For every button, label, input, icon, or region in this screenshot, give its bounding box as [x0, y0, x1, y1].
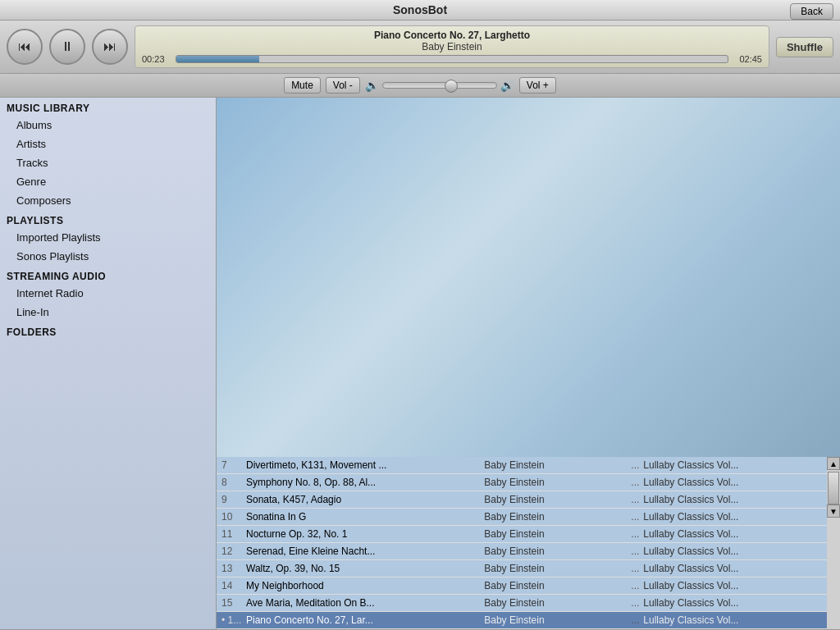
rewind-button[interactable]: ⏮ [7, 29, 43, 65]
now-playing-panel: Piano Concerto No. 27, Larghetto Baby Ei… [135, 25, 769, 68]
track-artist: Baby Einstein [484, 459, 627, 471]
track-album: Lullaby Classics Vol... [643, 511, 822, 523]
track-number: 8 [221, 477, 246, 488]
track-album: Lullaby Classics Vol... [643, 614, 822, 626]
track-title: Waltz, Op. 39, No. 15 [246, 563, 484, 574]
transport-bar: ⏮ ⏸ ⏭ Piano Concerto No. 27, Larghetto B… [0, 21, 840, 74]
volume-knob[interactable] [445, 80, 458, 93]
sidebar-item-genre[interactable]: Genre [0, 172, 216, 191]
progress-bar-fill [176, 56, 259, 62]
scroll-thumb[interactable] [828, 472, 839, 504]
track-menu-dots[interactable]: ... [627, 580, 643, 591]
sidebar-item-line-in[interactable]: Line-In [0, 303, 216, 322]
track-row[interactable]: 11Nocturne Op. 32, No. 1Baby Einstein...… [217, 526, 827, 543]
track-title: Ave Maria, Meditation On B... [246, 597, 484, 609]
track-row[interactable]: 7Divertimeto, K131, Movement ...Baby Ein… [217, 457, 827, 474]
track-menu-dots[interactable]: ... [627, 528, 643, 540]
track-album: Lullaby Classics Vol... [643, 563, 822, 574]
progress-row: 00:23 02:45 [142, 54, 762, 64]
track-row[interactable]: 15Ave Maria, Meditation On B...Baby Eins… [217, 595, 827, 612]
track-menu-dots[interactable]: ... [627, 511, 643, 523]
sidebar: MUSIC LIBRARY Albums Artists Tracks Genr… [0, 98, 217, 629]
volume-row: Mute Vol - 🔈 🔊 Vol + [0, 74, 840, 98]
track-album: Lullaby Classics Vol... [643, 494, 822, 505]
scrollbar: ▲ ▼ [827, 457, 840, 629]
track-title: Sonata, K457, Adagio [246, 494, 484, 505]
track-album: Lullaby Classics Vol... [643, 597, 822, 609]
track-row[interactable]: 10Sonatina In GBaby Einstein...Lullaby C… [217, 509, 827, 526]
track-title: Sonatina In G [246, 511, 484, 523]
scroll-up-arrow[interactable]: ▲ [827, 457, 840, 470]
track-number: 12 [221, 546, 246, 557]
vol-plus-button[interactable]: Vol + [519, 77, 556, 94]
track-number: 11 [221, 528, 246, 540]
track-menu-dots[interactable]: ... [627, 459, 643, 471]
track-artist: Baby Einstein [484, 546, 627, 557]
track-artist: Baby Einstein [484, 528, 627, 540]
track-title: My Neighborhood [246, 580, 484, 591]
streaming-header: STREAMING AUDIO [0, 266, 216, 284]
track-album: Lullaby Classics Vol... [643, 546, 822, 557]
forward-button[interactable]: ⏭ [92, 29, 128, 65]
track-album: Lullaby Classics Vol... [643, 528, 822, 540]
track-artist: Baby Einstein [484, 511, 627, 523]
track-menu-dots[interactable]: ... [627, 494, 643, 505]
app-title: SonosBot [393, 3, 447, 16]
sidebar-item-artists[interactable]: Artists [0, 135, 216, 153]
vol-minus-button[interactable]: Vol - [326, 77, 360, 94]
track-row[interactable]: 13Waltz, Op. 39, No. 15Baby Einstein...L… [217, 560, 827, 578]
track-number: 15 [221, 597, 246, 609]
now-playing-title: Piano Concerto No. 27, Larghetto [142, 30, 762, 41]
track-list-wrapper: 7Divertimeto, K131, Movement ...Baby Ein… [217, 457, 840, 629]
album-art-area [217, 98, 840, 457]
folders-header: FOLDERS [0, 322, 216, 340]
sidebar-item-composers[interactable]: Composers [0, 191, 216, 210]
track-title: Divertimeto, K131, Movement ... [246, 459, 484, 471]
sidebar-item-imported-playlists[interactable]: Imported Playlists [0, 228, 216, 247]
music-library-header: MUSIC LIBRARY [0, 98, 216, 116]
track-artist: Baby Einstein [484, 494, 627, 505]
track-menu-dots[interactable]: ... [627, 477, 643, 488]
main-area: MUSIC LIBRARY Albums Artists Tracks Genr… [0, 98, 840, 629]
title-bar: SonosBot Back [0, 0, 840, 21]
scroll-down-arrow[interactable]: ▼ [827, 504, 840, 518]
track-title: Serenad, Eine Kleine Nacht... [246, 546, 484, 557]
track-artist: Baby Einstein [484, 614, 627, 626]
track-row[interactable]: • 1...Piano Concerto No. 27, Lar...Baby … [217, 612, 827, 629]
track-menu-dots[interactable]: ... [627, 597, 643, 609]
vol-high-icon: 🔊 [500, 79, 514, 92]
track-album: Lullaby Classics Vol... [643, 459, 822, 471]
track-number: 7 [221, 459, 246, 471]
volume-slider[interactable] [382, 82, 497, 89]
mute-button[interactable]: Mute [284, 77, 321, 94]
track-menu-dots[interactable]: ... [627, 546, 643, 557]
track-row[interactable]: 8Symphony No. 8, Op. 88, Al...Baby Einst… [217, 474, 827, 491]
sidebar-item-sonos-playlists[interactable]: Sonos Playlists [0, 247, 216, 266]
track-row[interactable]: 14My NeighborhoodBaby Einstein...Lullaby… [217, 578, 827, 595]
sidebar-item-albums[interactable]: Albums [0, 116, 216, 135]
track-title: Nocturne Op. 32, No. 1 [246, 528, 484, 540]
progress-bar[interactable] [176, 55, 728, 63]
track-number: • 1... [221, 614, 246, 626]
volume-slider-container: 🔈 🔊 [365, 79, 514, 92]
track-row[interactable]: 12Serenad, Eine Kleine Nacht...Baby Eins… [217, 543, 827, 560]
track-menu-dots[interactable]: ... [627, 563, 643, 574]
sidebar-item-tracks[interactable]: Tracks [0, 153, 216, 172]
shuffle-button[interactable]: Shuffle [776, 37, 833, 57]
playlists-header: PLAYLISTS [0, 210, 216, 228]
pause-button[interactable]: ⏸ [49, 29, 85, 65]
vol-low-icon: 🔈 [365, 79, 379, 92]
track-number: 13 [221, 563, 246, 574]
track-title: Symphony No. 8, Op. 88, Al... [246, 477, 484, 488]
sidebar-item-internet-radio[interactable]: Internet Radio [0, 284, 216, 303]
track-row[interactable]: 9Sonata, K457, AdagioBaby Einstein...Lul… [217, 491, 827, 509]
track-menu-dots[interactable]: ... [627, 614, 643, 626]
content-area: 7Divertimeto, K131, Movement ...Baby Ein… [217, 98, 840, 629]
track-album: Lullaby Classics Vol... [643, 477, 822, 488]
track-artist: Baby Einstein [484, 580, 627, 591]
time-elapsed: 00:23 [142, 54, 171, 64]
back-button-top[interactable]: Back [790, 3, 833, 20]
track-number: 10 [221, 511, 246, 523]
track-artist: Baby Einstein [484, 597, 627, 609]
now-playing-artist: Baby Einstein [142, 41, 762, 52]
